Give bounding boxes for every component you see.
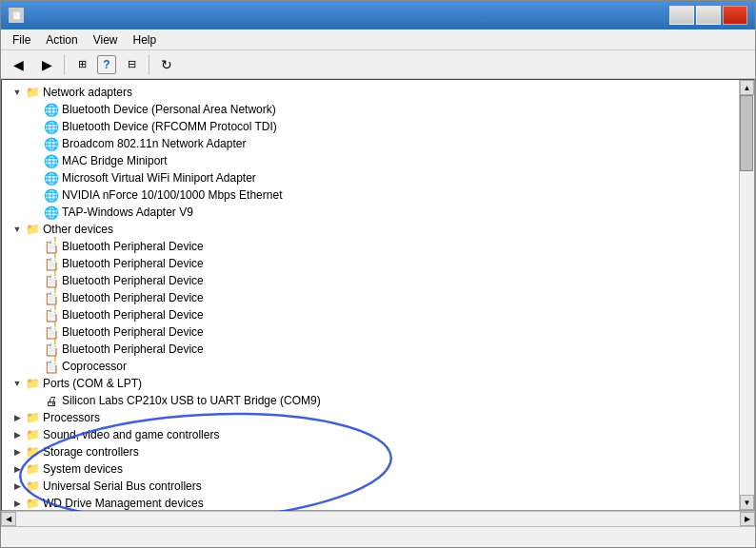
expander-other-devices[interactable]: ▼ <box>10 222 25 237</box>
expander-usb[interactable]: ▶ <box>10 479 25 494</box>
tree-label-storage: Storage controllers <box>43 445 139 459</box>
expander-mac-bridge <box>29 153 44 168</box>
expander-network-adapters[interactable]: ▼ <box>10 85 25 100</box>
expander-tap <box>29 205 44 220</box>
tree-item-silicon-labs[interactable]: 🖨Silicon Labs CP210x USB to UART Bridge … <box>2 392 737 409</box>
window-icon: 🖥 <box>9 8 24 23</box>
category-icon-system: 📁 <box>25 461 40 477</box>
maximize-button[interactable] <box>696 6 721 25</box>
tree-label-usb: Universal Serial Bus controllers <box>43 480 202 493</box>
v-scroll-thumb[interactable] <box>740 95 753 171</box>
tree-label-bt-periph-3: Bluetooth Peripheral Device <box>62 274 204 287</box>
tree-label-wd-drive: WD Drive Management devices <box>43 497 204 510</box>
tree-label-bt-pan: Bluetooth Device (Personal Area Network) <box>62 103 276 116</box>
tree-label-system: System devices <box>43 462 123 476</box>
vertical-scrollbar[interactable]: ▲ ▼ <box>739 80 754 510</box>
tree-item-wd-drive[interactable]: ▶📁WD Drive Management devices <box>2 495 737 511</box>
device-manager-window: 🖥 File Action View Help ◀ ▶ ⊞ ? ⊟ ↻ ▼📁Ne… <box>0 0 756 548</box>
tree-item-coprocessor[interactable]: 📋!Coprocessor <box>2 358 737 375</box>
tree-item-ms-virtual-wifi[interactable]: 🌐Microsoft Virtual WiFi Miniport Adapter <box>2 169 737 186</box>
menu-help[interactable]: Help <box>126 31 165 49</box>
update-driver-button[interactable]: ⊟ <box>118 53 145 76</box>
tree-item-mac-bridge[interactable]: 🌐MAC Bridge Miniport <box>2 152 737 169</box>
device-icon-nvidia-eth: 🌐 <box>44 187 59 203</box>
expander-broadcom <box>29 136 44 151</box>
expander-coprocessor <box>29 359 44 374</box>
close-button[interactable] <box>723 6 747 25</box>
expander-bt-periph-4 <box>29 290 44 305</box>
title-bar-left: 🖥 <box>9 8 30 23</box>
tree-item-bt-periph-3[interactable]: 📋!Bluetooth Peripheral Device <box>2 272 737 289</box>
tree-item-broadcom[interactable]: 🌐Broadcom 802.11n Network Adapter <box>2 135 737 152</box>
port-icon-silicon-labs: 🖨 <box>44 393 59 408</box>
expander-bt-pan <box>29 102 44 117</box>
horizontal-scrollbar[interactable]: ◀ ▶ <box>1 511 755 526</box>
tree-item-usb[interactable]: ▶📁Universal Serial Bus controllers <box>2 478 737 495</box>
refresh-button[interactable]: ↻ <box>153 53 180 76</box>
expander-nvidia-eth <box>29 187 44 203</box>
tree-label-silicon-labs: Silicon Labs CP210x USB to UART Bridge (… <box>62 394 321 407</box>
title-bar: 🖥 <box>1 1 755 29</box>
tree-label-bt-periph-2: Bluetooth Peripheral Device <box>62 257 204 270</box>
expander-bt-periph-1 <box>29 239 44 254</box>
back-button[interactable]: ◀ <box>5 53 31 76</box>
tree-label-coprocessor: Coprocessor <box>62 360 127 373</box>
tree-item-other-devices[interactable]: ▼📁Other devices <box>2 221 737 238</box>
scroll-up-button[interactable]: ▲ <box>740 80 754 95</box>
tree-label-network-adapters: Network adapters <box>43 86 132 99</box>
tree-item-network-adapters[interactable]: ▼📁Network adapters <box>2 84 737 101</box>
expander-processors[interactable]: ▶ <box>10 410 25 425</box>
scroll-left-button[interactable]: ◀ <box>1 512 16 526</box>
menu-action[interactable]: Action <box>38 31 85 49</box>
tree-item-bt-pan[interactable]: 🌐Bluetooth Device (Personal Area Network… <box>2 101 737 118</box>
expander-storage[interactable]: ▶ <box>10 444 25 460</box>
tree-label-bt-rfcomm: Bluetooth Device (RFCOMM Protocol TDI) <box>62 120 277 133</box>
forward-button[interactable]: ▶ <box>33 53 60 76</box>
device-icon-ms-virtual-wifi: 🌐 <box>44 170 59 186</box>
expander-system[interactable]: ▶ <box>10 461 25 477</box>
v-scroll-track[interactable] <box>740 95 754 495</box>
tree-label-bt-periph-4: Bluetooth Peripheral Device <box>62 291 204 304</box>
tree-label-other-devices: Other devices <box>43 223 113 236</box>
tree-item-bt-periph-6[interactable]: 📋!Bluetooth Peripheral Device <box>2 323 737 341</box>
menu-bar: File Action View Help <box>1 29 755 50</box>
tree-label-mac-bridge: MAC Bridge Miniport <box>62 154 168 167</box>
tree-item-bt-periph-7[interactable]: 📋!Bluetooth Peripheral Device <box>2 341 737 358</box>
expander-wd-drive[interactable]: ▶ <box>10 496 25 511</box>
expander-bt-periph-7 <box>29 342 44 357</box>
device-icon-mac-bridge: 🌐 <box>44 153 59 168</box>
scroll-right-button[interactable]: ▶ <box>740 512 755 526</box>
status-bar <box>1 526 755 547</box>
minimize-button[interactable] <box>669 6 694 25</box>
expander-ports[interactable]: ▼ <box>10 376 25 391</box>
tree-item-sound[interactable]: ▶📁Sound, video and game controllers <box>2 426 737 443</box>
menu-view[interactable]: View <box>86 31 126 49</box>
tree-item-ports[interactable]: ▼📁Ports (COM & LPT) <box>2 375 737 392</box>
tree-item-bt-periph-2[interactable]: 📋!Bluetooth Peripheral Device <box>2 255 737 272</box>
tree-label-broadcom: Broadcom 802.11n Network Adapter <box>62 137 246 150</box>
h-scroll-track[interactable] <box>16 512 740 526</box>
menu-file[interactable]: File <box>5 31 38 49</box>
tree-item-tap[interactable]: 🌐TAP-Windows Adapter V9 <box>2 204 737 221</box>
tree-item-bt-periph-5[interactable]: 📋!Bluetooth Peripheral Device <box>2 306 737 323</box>
tree-label-bt-periph-7: Bluetooth Peripheral Device <box>62 342 204 356</box>
warning-icon-bt-periph-3: 📋! <box>44 273 59 288</box>
warning-icon-bt-periph-7: 📋! <box>44 342 59 357</box>
toolbar-separator-1 <box>64 55 65 74</box>
tree-item-bt-rfcomm[interactable]: 🌐Bluetooth Device (RFCOMM Protocol TDI) <box>2 118 737 135</box>
tree-item-system[interactable]: ▶📁System devices <box>2 460 737 478</box>
tree-item-bt-periph-1[interactable]: 📋!Bluetooth Peripheral Device <box>2 238 737 255</box>
help-button[interactable]: ? <box>97 55 116 74</box>
tree-label-bt-periph-5: Bluetooth Peripheral Device <box>62 308 204 322</box>
expander-bt-periph-5 <box>29 307 44 323</box>
properties-button[interactable]: ⊞ <box>69 53 95 76</box>
tree-item-processors[interactable]: ▶📁Processors <box>2 409 737 426</box>
scroll-down-button[interactable]: ▼ <box>740 495 754 510</box>
tree-item-bt-periph-4[interactable]: 📋!Bluetooth Peripheral Device <box>2 289 737 306</box>
expander-sound[interactable]: ▶ <box>10 427 25 442</box>
device-icon-bt-rfcomm: 🌐 <box>44 119 59 134</box>
tree-item-storage[interactable]: ▶📁Storage controllers <box>2 443 737 460</box>
tree-label-nvidia-eth: NVIDIA nForce 10/100/1000 Mbps Ethernet <box>62 188 282 202</box>
device-tree[interactable]: ▼📁Network adapters🌐Bluetooth Device (Per… <box>1 79 755 511</box>
tree-item-nvidia-eth[interactable]: 🌐NVIDIA nForce 10/100/1000 Mbps Ethernet <box>2 186 737 204</box>
